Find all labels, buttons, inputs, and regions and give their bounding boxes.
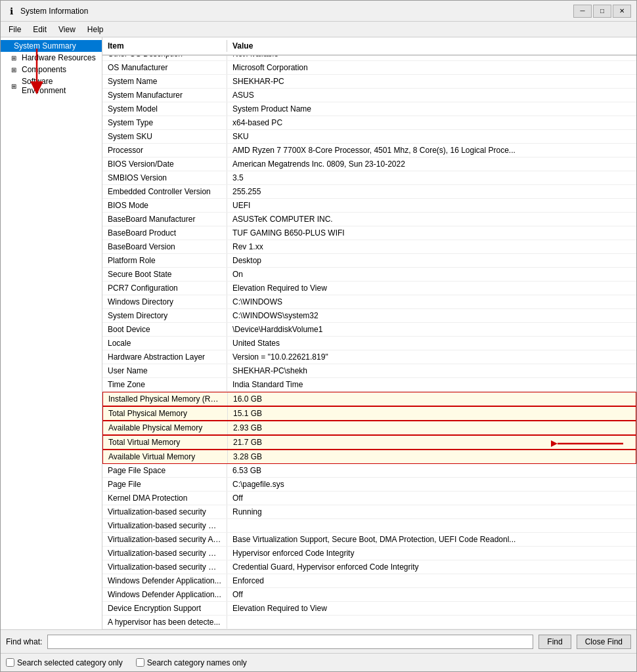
cell-value <box>227 616 636 629</box>
cell-value: C:\WINDOWS\system32 <box>227 309 636 322</box>
table-row[interactable]: PCR7 ConfigurationElevation Required to … <box>102 282 636 295</box>
table-row[interactable]: Total Physical Memory15.1 GB <box>102 406 636 421</box>
cell-value: Credential Guard, Hypervisor enforced Co… <box>227 560 636 574</box>
table-row[interactable]: Virtualization-based securityRunning <box>102 505 636 519</box>
cell-item: Processor <box>102 144 227 157</box>
cell-value: Elevation Required to View <box>227 602 636 615</box>
cell-item: Device Encryption Support <box>102 602 227 615</box>
checkbox-search-names[interactable] <box>136 658 144 667</box>
table-row[interactable]: Hardware Abstraction LayerVersion = "10.… <box>102 350 636 364</box>
cell-value: Rev 1.xx <box>227 240 636 253</box>
table-row[interactable]: System NameSHEKHAR-PC <box>102 75 636 89</box>
table-row[interactable]: Installed Physical Memory (RAM)16.0 GB <box>102 392 636 406</box>
cell-value <box>227 519 636 532</box>
cell-value: On <box>227 268 636 281</box>
cell-value: x64-based PC <box>227 116 636 129</box>
close-button[interactable]: ✕ <box>613 5 631 18</box>
cell-value: American Megatrends Inc. 0809, Sun 23-10… <box>227 158 636 171</box>
find-button[interactable]: Find <box>538 635 571 649</box>
table-row[interactable]: BaseBoard VersionRev 1.xx <box>102 240 636 254</box>
menu-file[interactable]: File <box>3 24 26 35</box>
cell-value: Not Available <box>227 56 636 60</box>
table-row[interactable]: Embedded Controller Version255.255 <box>102 185 636 199</box>
table-row[interactable]: LocaleUnited States <box>102 337 636 350</box>
cell-item: User Name <box>102 364 227 377</box>
search-option-category[interactable]: Search selected category only <box>6 658 123 667</box>
table-row[interactable]: Device Encryption SupportElevation Requi… <box>102 602 636 616</box>
cell-value: Hypervisor enforced Code Integrity <box>227 547 636 560</box>
cell-value: 15.1 GB <box>228 407 636 420</box>
table-row[interactable]: A hypervisor has been detecte... <box>102 616 636 629</box>
cell-item: Hardware Abstraction Layer <box>102 350 227 364</box>
maximize-button[interactable]: □ <box>593 5 611 18</box>
table-row[interactable]: Virtualization-based security Se...Hyper… <box>102 547 636 560</box>
cell-value: System Product Name <box>227 102 636 116</box>
cell-item: Virtualization-based security Re... <box>102 519 227 532</box>
table-row[interactable]: System DirectoryC:\WINDOWS\system32 <box>102 309 636 323</box>
cell-item: System Manufacturer <box>102 89 227 102</box>
table-row[interactable]: Virtualization-based security Se...Crede… <box>102 560 636 574</box>
table-row[interactable]: Page File Space6.53 GB <box>102 464 636 478</box>
table-row[interactable]: BIOS Version/DateAmerican Megatrends Inc… <box>102 158 636 171</box>
minimize-button[interactable]: ─ <box>573 5 592 18</box>
table-row[interactable]: Boot Device\Device\HarddiskVolume1 <box>102 323 636 337</box>
table-row[interactable]: Available Virtual Memory3.28 GB <box>102 450 636 464</box>
table-row[interactable]: System SKUSKU <box>102 130 636 144</box>
find-label: Find what: <box>6 637 42 646</box>
table-row[interactable]: Windows DirectoryC:\WINDOWS <box>102 295 636 309</box>
window-title: System Information <box>20 7 88 16</box>
table-row[interactable]: ProcessorAMD Ryzen 7 7700X 8-Core Proces… <box>102 144 636 158</box>
content-area: Item Value OS NameMicrosoft Windows 11 P… <box>102 37 636 629</box>
search-option-names-label: Search category names only <box>147 658 247 667</box>
table-row[interactable]: Total Virtual Memory21.7 GB <box>102 435 636 450</box>
table-row[interactable]: BIOS ModeUEFI <box>102 199 636 213</box>
table-row[interactable]: Page FileC:\pagefile.sys <box>102 478 636 492</box>
cell-item: BaseBoard Version <box>102 240 227 253</box>
cell-value: Microsoft Corporation <box>227 61 636 74</box>
cell-value: Running <box>227 505 636 518</box>
cell-item: Platform Role <box>102 254 227 267</box>
table-row[interactable]: User NameSHEKHAR-PC\shekh <box>102 364 636 378</box>
table-row[interactable]: Platform RoleDesktop <box>102 254 636 268</box>
cell-item: Time Zone <box>102 378 227 391</box>
cell-item: Boot Device <box>102 323 227 336</box>
search-option-names[interactable]: Search category names only <box>136 658 247 667</box>
menu-view[interactable]: View <box>53 24 81 35</box>
menu-help[interactable]: Help <box>82 24 109 35</box>
table-row[interactable]: Secure Boot StateOn <box>102 268 636 282</box>
checkbox-search-category[interactable] <box>6 658 14 667</box>
table-row[interactable]: System Typex64-based PC <box>102 116 636 130</box>
table-row[interactable]: Virtualization-based security Re... <box>102 519 636 533</box>
table-row[interactable]: Kernel DMA ProtectionOff <box>102 492 636 505</box>
cell-item: BIOS Mode <box>102 199 227 212</box>
table-row[interactable]: Other OS DescriptionNot Available <box>102 56 636 61</box>
cell-item: BaseBoard Product <box>102 226 227 240</box>
table-row[interactable]: Time ZoneIndia Standard Time <box>102 378 636 392</box>
cell-value: ASUSTeK COMPUTER INC. <box>227 213 636 226</box>
find-input[interactable] <box>47 635 533 649</box>
menu-edit[interactable]: Edit <box>28 24 52 35</box>
cell-item: Locale <box>102 337 227 350</box>
table-row[interactable]: BaseBoard ProductTUF GAMING B650-PLUS WI… <box>102 226 636 240</box>
sidebar: System Summary ⊞ Hardware Resources <box>1 37 102 629</box>
cell-item: System Name <box>102 75 227 88</box>
table-row[interactable]: Virtualization-based security Av...Base … <box>102 533 636 547</box>
close-find-button[interactable]: Close Find <box>577 635 631 649</box>
title-bar-left: ℹ System Information <box>6 6 88 16</box>
cell-value: UEFI <box>227 199 636 212</box>
table-row[interactable]: Windows Defender Application...Enforced <box>102 574 636 588</box>
cell-value: 2.93 GB <box>228 421 636 434</box>
cell-item: Virtualization-based security Se... <box>102 547 227 560</box>
cell-value: \Device\HarddiskVolume1 <box>227 323 636 336</box>
table-row[interactable]: Windows Defender Application...Off <box>102 588 636 602</box>
search-option-category-label: Search selected category only <box>17 658 123 667</box>
table-row[interactable]: Available Physical Memory2.93 GB <box>102 421 636 435</box>
table-body: OS NameMicrosoft Windows 11 ProVersion10… <box>102 56 636 629</box>
table-row[interactable]: SMBIOS Version3.5 <box>102 171 636 185</box>
table-row[interactable]: System ManufacturerASUS <box>102 89 636 102</box>
cell-item: PCR7 Configuration <box>102 282 227 295</box>
cell-item: Embedded Controller Version <box>102 185 227 198</box>
table-row[interactable]: OS ManufacturerMicrosoft Corporation <box>102 61 636 75</box>
table-row[interactable]: BaseBoard ManufacturerASUSTeK COMPUTER I… <box>102 213 636 226</box>
table-row[interactable]: System ModelSystem Product Name <box>102 102 636 116</box>
